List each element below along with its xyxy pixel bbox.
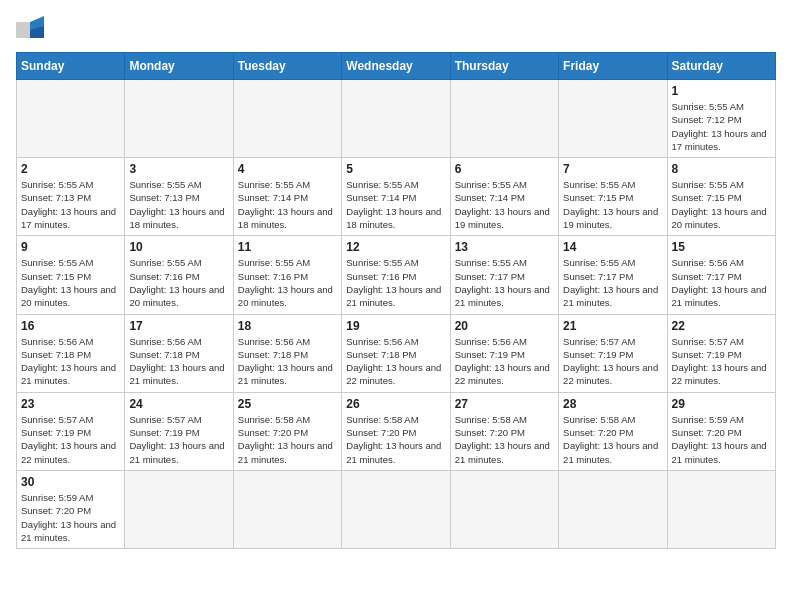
calendar-week-row: 16Sunrise: 5:56 AM Sunset: 7:18 PM Dayli… — [17, 314, 776, 392]
logo-icon — [16, 16, 52, 44]
day-info: Sunrise: 5:55 AM Sunset: 7:15 PM Dayligh… — [672, 178, 771, 231]
calendar-cell: 8Sunrise: 5:55 AM Sunset: 7:15 PM Daylig… — [667, 158, 775, 236]
day-number: 8 — [672, 162, 771, 176]
calendar-cell: 27Sunrise: 5:58 AM Sunset: 7:20 PM Dayli… — [450, 392, 558, 470]
calendar-cell: 10Sunrise: 5:55 AM Sunset: 7:16 PM Dayli… — [125, 236, 233, 314]
calendar-cell: 9Sunrise: 5:55 AM Sunset: 7:15 PM Daylig… — [17, 236, 125, 314]
calendar-cell: 4Sunrise: 5:55 AM Sunset: 7:14 PM Daylig… — [233, 158, 341, 236]
day-number: 5 — [346, 162, 445, 176]
day-info: Sunrise: 5:55 AM Sunset: 7:17 PM Dayligh… — [455, 256, 554, 309]
weekday-header-friday: Friday — [559, 53, 667, 80]
day-number: 28 — [563, 397, 662, 411]
day-number: 27 — [455, 397, 554, 411]
day-info: Sunrise: 5:55 AM Sunset: 7:12 PM Dayligh… — [672, 100, 771, 153]
day-info: Sunrise: 5:55 AM Sunset: 7:15 PM Dayligh… — [563, 178, 662, 231]
day-info: Sunrise: 5:56 AM Sunset: 7:18 PM Dayligh… — [346, 335, 445, 388]
calendar-cell: 3Sunrise: 5:55 AM Sunset: 7:13 PM Daylig… — [125, 158, 233, 236]
day-info: Sunrise: 5:57 AM Sunset: 7:19 PM Dayligh… — [672, 335, 771, 388]
calendar-cell: 24Sunrise: 5:57 AM Sunset: 7:19 PM Dayli… — [125, 392, 233, 470]
day-number: 18 — [238, 319, 337, 333]
day-info: Sunrise: 5:55 AM Sunset: 7:14 PM Dayligh… — [238, 178, 337, 231]
calendar-cell — [450, 80, 558, 158]
day-number: 12 — [346, 240, 445, 254]
logo — [16, 16, 58, 44]
day-info: Sunrise: 5:59 AM Sunset: 7:20 PM Dayligh… — [672, 413, 771, 466]
day-number: 21 — [563, 319, 662, 333]
day-info: Sunrise: 5:58 AM Sunset: 7:20 PM Dayligh… — [346, 413, 445, 466]
calendar-cell: 18Sunrise: 5:56 AM Sunset: 7:18 PM Dayli… — [233, 314, 341, 392]
day-info: Sunrise: 5:55 AM Sunset: 7:14 PM Dayligh… — [455, 178, 554, 231]
calendar-cell: 26Sunrise: 5:58 AM Sunset: 7:20 PM Dayli… — [342, 392, 450, 470]
weekday-header-saturday: Saturday — [667, 53, 775, 80]
day-number: 4 — [238, 162, 337, 176]
day-info: Sunrise: 5:55 AM Sunset: 7:16 PM Dayligh… — [129, 256, 228, 309]
day-info: Sunrise: 5:55 AM Sunset: 7:14 PM Dayligh… — [346, 178, 445, 231]
calendar-cell: 19Sunrise: 5:56 AM Sunset: 7:18 PM Dayli… — [342, 314, 450, 392]
day-number: 20 — [455, 319, 554, 333]
calendar-cell: 22Sunrise: 5:57 AM Sunset: 7:19 PM Dayli… — [667, 314, 775, 392]
calendar-week-row: 1Sunrise: 5:55 AM Sunset: 7:12 PM Daylig… — [17, 80, 776, 158]
day-info: Sunrise: 5:57 AM Sunset: 7:19 PM Dayligh… — [129, 413, 228, 466]
day-info: Sunrise: 5:55 AM Sunset: 7:17 PM Dayligh… — [563, 256, 662, 309]
day-number: 2 — [21, 162, 120, 176]
calendar-week-row: 2Sunrise: 5:55 AM Sunset: 7:13 PM Daylig… — [17, 158, 776, 236]
calendar-cell: 1Sunrise: 5:55 AM Sunset: 7:12 PM Daylig… — [667, 80, 775, 158]
day-info: Sunrise: 5:56 AM Sunset: 7:19 PM Dayligh… — [455, 335, 554, 388]
day-number: 16 — [21, 319, 120, 333]
day-number: 25 — [238, 397, 337, 411]
calendar-cell: 15Sunrise: 5:56 AM Sunset: 7:17 PM Dayli… — [667, 236, 775, 314]
calendar-week-row: 23Sunrise: 5:57 AM Sunset: 7:19 PM Dayli… — [17, 392, 776, 470]
day-info: Sunrise: 5:55 AM Sunset: 7:13 PM Dayligh… — [129, 178, 228, 231]
day-number: 13 — [455, 240, 554, 254]
calendar-cell: 21Sunrise: 5:57 AM Sunset: 7:19 PM Dayli… — [559, 314, 667, 392]
calendar-cell: 2Sunrise: 5:55 AM Sunset: 7:13 PM Daylig… — [17, 158, 125, 236]
calendar-cell: 29Sunrise: 5:59 AM Sunset: 7:20 PM Dayli… — [667, 392, 775, 470]
day-info: Sunrise: 5:59 AM Sunset: 7:20 PM Dayligh… — [21, 491, 120, 544]
calendar-week-row: 30Sunrise: 5:59 AM Sunset: 7:20 PM Dayli… — [17, 470, 776, 548]
day-number: 3 — [129, 162, 228, 176]
day-info: Sunrise: 5:58 AM Sunset: 7:20 PM Dayligh… — [455, 413, 554, 466]
day-number: 30 — [21, 475, 120, 489]
day-number: 22 — [672, 319, 771, 333]
calendar-cell: 28Sunrise: 5:58 AM Sunset: 7:20 PM Dayli… — [559, 392, 667, 470]
calendar-cell: 17Sunrise: 5:56 AM Sunset: 7:18 PM Dayli… — [125, 314, 233, 392]
calendar-cell — [233, 80, 341, 158]
weekday-header-monday: Monday — [125, 53, 233, 80]
weekday-header-sunday: Sunday — [17, 53, 125, 80]
calendar-cell — [17, 80, 125, 158]
calendar-cell: 11Sunrise: 5:55 AM Sunset: 7:16 PM Dayli… — [233, 236, 341, 314]
day-info: Sunrise: 5:55 AM Sunset: 7:16 PM Dayligh… — [346, 256, 445, 309]
calendar-cell — [233, 470, 341, 548]
calendar-week-row: 9Sunrise: 5:55 AM Sunset: 7:15 PM Daylig… — [17, 236, 776, 314]
calendar-cell: 20Sunrise: 5:56 AM Sunset: 7:19 PM Dayli… — [450, 314, 558, 392]
calendar-cell — [342, 80, 450, 158]
day-info: Sunrise: 5:55 AM Sunset: 7:16 PM Dayligh… — [238, 256, 337, 309]
day-number: 11 — [238, 240, 337, 254]
day-info: Sunrise: 5:58 AM Sunset: 7:20 PM Dayligh… — [238, 413, 337, 466]
weekday-header-wednesday: Wednesday — [342, 53, 450, 80]
day-number: 6 — [455, 162, 554, 176]
day-info: Sunrise: 5:56 AM Sunset: 7:18 PM Dayligh… — [21, 335, 120, 388]
calendar-cell: 25Sunrise: 5:58 AM Sunset: 7:20 PM Dayli… — [233, 392, 341, 470]
calendar-cell: 16Sunrise: 5:56 AM Sunset: 7:18 PM Dayli… — [17, 314, 125, 392]
calendar-cell: 12Sunrise: 5:55 AM Sunset: 7:16 PM Dayli… — [342, 236, 450, 314]
day-info: Sunrise: 5:56 AM Sunset: 7:18 PM Dayligh… — [238, 335, 337, 388]
calendar-cell: 13Sunrise: 5:55 AM Sunset: 7:17 PM Dayli… — [450, 236, 558, 314]
day-number: 14 — [563, 240, 662, 254]
calendar-cell: 5Sunrise: 5:55 AM Sunset: 7:14 PM Daylig… — [342, 158, 450, 236]
day-info: Sunrise: 5:57 AM Sunset: 7:19 PM Dayligh… — [563, 335, 662, 388]
calendar-cell — [559, 470, 667, 548]
day-number: 7 — [563, 162, 662, 176]
day-number: 23 — [21, 397, 120, 411]
day-number: 10 — [129, 240, 228, 254]
day-info: Sunrise: 5:58 AM Sunset: 7:20 PM Dayligh… — [563, 413, 662, 466]
day-number: 1 — [672, 84, 771, 98]
day-number: 29 — [672, 397, 771, 411]
day-number: 19 — [346, 319, 445, 333]
day-info: Sunrise: 5:57 AM Sunset: 7:19 PM Dayligh… — [21, 413, 120, 466]
calendar-cell: 14Sunrise: 5:55 AM Sunset: 7:17 PM Dayli… — [559, 236, 667, 314]
day-number: 26 — [346, 397, 445, 411]
weekday-header-tuesday: Tuesday — [233, 53, 341, 80]
calendar-cell — [125, 470, 233, 548]
calendar-cell — [450, 470, 558, 548]
